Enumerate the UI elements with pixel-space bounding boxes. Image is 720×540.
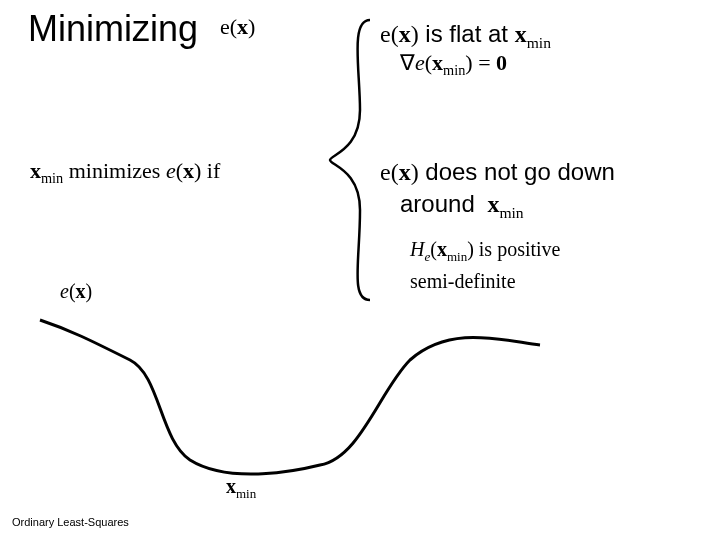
curve-label-ex: e(x) <box>60 280 92 303</box>
function-curve <box>30 290 550 490</box>
not-down-line: e(x) does not go down <box>380 158 615 186</box>
minimizes-condition: xmin minimizes e(x) if <box>30 158 220 187</box>
flat-condition-line: e(x) is flat at xmin <box>380 20 551 52</box>
expr-e-of-x-title: e(x) <box>220 14 255 40</box>
curve-label-xmin: xmin <box>226 475 256 502</box>
curly-brace <box>320 10 380 310</box>
slide: Minimizing e(x) e(x) is flat at xmin ∇e(… <box>0 0 720 540</box>
hessian-line: He(xmin) is positive <box>410 238 560 265</box>
gradient-zero: ∇e(xmin) = 0 <box>400 50 507 79</box>
around-line: around xmin <box>400 190 524 222</box>
page-title: Minimizing <box>28 8 198 50</box>
footer-text: Ordinary Least-Squares <box>12 516 129 528</box>
